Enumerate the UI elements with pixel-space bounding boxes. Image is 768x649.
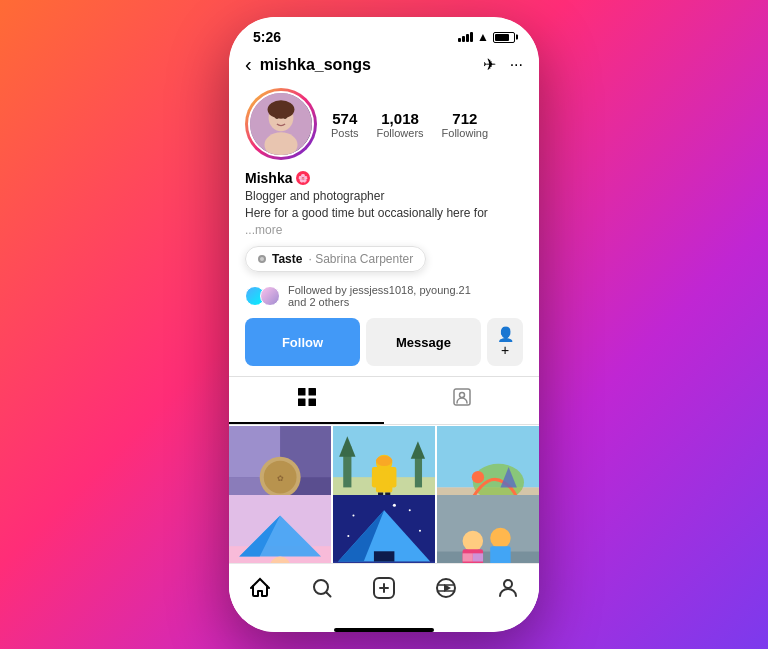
message-button[interactable]: Message: [366, 318, 481, 366]
stat-following[interactable]: 712 Following: [442, 110, 488, 139]
display-name: Mishka: [245, 170, 292, 186]
followers-count: 1,018: [381, 110, 419, 127]
following-count: 712: [452, 110, 477, 127]
bio-line1: Blogger and photographer: [245, 189, 384, 203]
verified-badge: 🌸: [296, 171, 310, 185]
svg-rect-6: [298, 388, 306, 396]
svg-point-5: [268, 100, 295, 119]
svg-point-61: [490, 528, 510, 548]
stat-followers[interactable]: 1,018 Followers: [377, 110, 424, 139]
add-icon: [372, 576, 396, 600]
profile-section: 574 Posts 1,018 Followers 712 Following …: [229, 82, 539, 376]
search-icon: [310, 576, 334, 600]
nav-home[interactable]: [240, 572, 280, 604]
follow-button[interactable]: Follow: [245, 318, 360, 366]
svg-point-11: [459, 393, 464, 398]
svg-rect-9: [308, 399, 316, 407]
tab-grid[interactable]: [229, 377, 384, 424]
add-user-icon: 👤+: [493, 326, 517, 358]
status-time: 5:26: [253, 29, 281, 45]
followed-by: Followed by jessjess1018, pyoung.21 and …: [245, 284, 523, 308]
profile-bio: Blogger and photographer Here for a good…: [245, 188, 523, 238]
svg-point-51: [352, 515, 354, 517]
home-icon: [248, 576, 272, 600]
avatar-container: [245, 88, 317, 160]
svg-point-52: [409, 510, 411, 512]
follower-avatar-2: [260, 286, 280, 306]
svg-point-59: [462, 531, 482, 551]
music-tooltip[interactable]: Taste · Sabrina Carpenter: [245, 246, 426, 272]
status-bar: 5:26 ▲: [229, 17, 539, 49]
photo-grid: ✿: [229, 426, 539, 563]
svg-rect-50: [374, 552, 394, 562]
profile-tabs: [229, 376, 539, 425]
profile-username: mishka_songs: [260, 56, 483, 74]
back-button[interactable]: ‹: [245, 53, 252, 76]
bottom-nav: [229, 563, 539, 624]
more-icon[interactable]: ···: [510, 56, 523, 74]
svg-point-53: [419, 530, 421, 532]
action-buttons: Follow Message 👤+: [245, 318, 523, 366]
svg-rect-64: [472, 554, 482, 562]
svg-text:✿: ✿: [277, 475, 284, 484]
posts-label: Posts: [331, 127, 359, 139]
following-label: Following: [442, 127, 488, 139]
nav-action-icons: ✈ ···: [483, 55, 523, 74]
svg-point-28: [376, 456, 392, 466]
tagged-icon: [452, 387, 472, 412]
profile-name: Mishka 🌸: [245, 170, 523, 186]
grid-cell-4[interactable]: [229, 495, 331, 563]
followers-label: Followers: [377, 127, 424, 139]
follower-avatars: [245, 286, 280, 306]
nav-reels[interactable]: [426, 572, 466, 604]
grid-icon: [297, 387, 317, 412]
bio-more[interactable]: ...more: [245, 223, 282, 237]
music-title: Taste: [272, 252, 302, 266]
svg-point-71: [504, 580, 512, 588]
reels-icon: [434, 576, 458, 600]
grid-cell-5[interactable]: [333, 495, 435, 563]
avatar-ring: [245, 88, 317, 160]
music-artist: · Sabrina Carpenter: [308, 252, 413, 266]
avatar[interactable]: [248, 91, 314, 157]
phone-screen: 5:26 ▲ ‹ mishka_songs ✈ ···: [229, 17, 539, 632]
svg-rect-29: [372, 467, 379, 487]
battery-icon: [493, 32, 515, 43]
nav-search[interactable]: [302, 572, 342, 604]
add-user-button[interactable]: 👤+: [487, 318, 523, 366]
svg-rect-8: [298, 399, 306, 407]
svg-rect-63: [462, 554, 472, 562]
svg-rect-47: [333, 562, 435, 563]
stat-posts[interactable]: 574 Posts: [331, 110, 359, 139]
svg-rect-7: [308, 388, 316, 396]
send-icon[interactable]: ✈: [483, 55, 496, 74]
grid-cell-6[interactable]: [437, 495, 539, 563]
bio-line2: Here for a good time but occasionally he…: [245, 206, 488, 220]
status-icons: ▲: [458, 30, 515, 44]
followed-by-text: Followed by jessjess1018, pyoung.21 and …: [288, 284, 471, 308]
nav-profile[interactable]: [488, 572, 528, 604]
svg-rect-57: [437, 495, 539, 551]
svg-rect-30: [389, 467, 396, 487]
phone-frame: 5:26 ▲ ‹ mishka_songs ✈ ···: [229, 17, 539, 632]
svg-rect-58: [437, 552, 539, 563]
svg-rect-62: [490, 547, 510, 563]
svg-point-54: [347, 535, 349, 537]
nav-bar: ‹ mishka_songs ✈ ···: [229, 49, 539, 82]
tab-tagged[interactable]: [384, 377, 539, 424]
posts-count: 574: [332, 110, 357, 127]
svg-point-37: [471, 471, 483, 483]
profile-icon: [496, 576, 520, 600]
home-indicator: [334, 628, 434, 632]
music-icon: [258, 255, 266, 263]
svg-point-55: [393, 504, 396, 507]
profile-top: 574 Posts 1,018 Followers 712 Following: [245, 88, 523, 160]
wifi-icon: ▲: [477, 30, 489, 44]
signal-icon: [458, 32, 473, 42]
nav-add[interactable]: [364, 572, 404, 604]
stats-container: 574 Posts 1,018 Followers 712 Following: [331, 110, 488, 139]
